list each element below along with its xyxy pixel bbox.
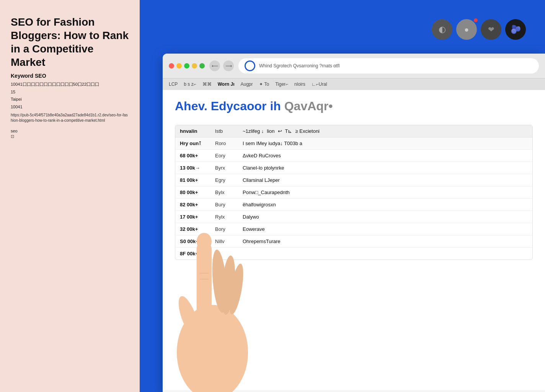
cell-name-5: Dalywo [243,214,528,220]
forward-button[interactable]: ⟶ [223,60,234,71]
tab-lcp[interactable]: LCP [169,82,178,87]
meta-count: 15 [11,89,129,96]
meta-city: Taipei [11,96,129,103]
tk-text: T⊾ [285,128,292,134]
tab-worm[interactable]: Worn Jı [218,82,235,87]
tab-b[interactable]: b s z⌐ [184,82,196,87]
deco-icon-1: ◐ [432,19,452,40]
cell-code-1: Byrx [215,165,238,171]
meta-zip: 10041 [11,104,129,111]
table-row[interactable]: 80 00k+ Bylx Ponw□_Caurapednth [175,186,532,199]
table-row[interactable]: 32 00k+ Bory Eowerave [175,223,532,235]
cell-num-4: 82 00k+ [180,202,210,207]
browser-content: Ahev. Edycaoor ih QavAqr• hnvalin lstb ~… [163,90,545,390]
cell-num-1: 13 00k→ [180,165,210,171]
cell-name-6: Eowerave [243,226,528,232]
sub-roro: Roro [215,140,238,146]
tl-maximize[interactable] [184,63,189,69]
table-row[interactable]: S0 00k+ Nillv OhrepemsTurare [175,235,532,248]
cell-name-1: ClaneI-lo ptolynrke [243,165,528,171]
col-header-hnvalin: hnvalin [180,128,210,134]
table-row[interactable]: 82 00k+ Bury ēhalfowigrosxn [175,199,532,211]
table-header-row: hnvalin lstb ~1zlifeg ↓ lion ↩ T⊾ ≥ Exci… [175,125,532,137]
address-text: Whind Sgrotech Qvsarroning ?rnats αtfl [259,63,533,69]
heading-text1: Ahev. [175,99,207,113]
table-row[interactable]: 17 00k+ Rylx Dalywo [175,211,532,223]
nav-controls: ⟵ ⟶ [209,60,234,71]
page-heading-area: Ahev. Edycaoor ih QavAqr• [175,99,533,119]
sidebar-url: https://pub-5c454f571b8e40a3a2aad27ade84… [11,113,129,123]
sub-sem: I sem IMey iudya↓ T003b a [243,140,528,146]
table-row[interactable]: 68 00k+ Eory ΔvkeD RuCroves [175,150,532,162]
table-row[interactable]: 81 00k+ Egry Cllarsinal LJeper [175,174,532,186]
address-bar[interactable]: Whind Sgrotech Qvsarroning ?rnats αtfl [238,58,539,74]
filter-text[interactable]: ~1zlifeg ↓ [243,128,264,134]
browser-icon [245,60,255,71]
cell-num-6: 32 00k+ [180,226,210,232]
tl-close[interactable] [169,63,174,69]
cell-code-3: Bylx [215,189,238,195]
excietoni-text: ≥ Excietoni [295,128,320,134]
data-table: hnvalin lstb ~1zlifeg ↓ lion ↩ T⊾ ≥ Exci… [175,125,533,260]
sub-header-row: Hry oun⊺ Roro I sem IMey iudya↓ T003b a [175,137,532,150]
tl-minimize[interactable] [176,63,182,69]
cell-name-0: ΔvkeD RuCroves [243,153,528,158]
tab-nloirs[interactable]: nloirs [294,82,305,87]
browser-window: ⟵ ⟶ Whind Sgrotech Qvsarroning ?rnats αt… [163,54,545,392]
col-header-lstb: lstb [215,128,238,134]
arrow-icon: ↩ [278,128,282,134]
deco-icon-2: ● [456,19,477,40]
browser-chrome: ⟵ ⟶ Whind Sgrotech Qvsarroning ?rnats αt… [163,54,545,78]
cell-name-3: Ponw□_Caurapednth [243,189,528,195]
table-row[interactable]: 8F 00k+ [175,248,532,260]
cell-name-4: ēhalfowigrosxn [243,202,528,207]
cell-code-4: Bury [215,202,238,207]
cell-code-6: Bory [215,226,238,232]
cell-code-2: Egry [215,177,238,183]
traffic-lights [169,63,205,69]
cell-num-7: S0 00k+ [180,238,210,244]
tl-extra2[interactable] [199,63,205,69]
tag-label: seo [11,129,129,133]
deco-icon-3: ❤ [481,19,501,40]
cell-num-2: 81 00k+ [180,177,210,183]
tag-icon: ⊡ [11,134,129,139]
cell-num-0: 68 00k+ [180,153,210,158]
tab-ural[interactable]: ∟⌐Ural [312,82,327,87]
tab-fte[interactable]: ✦ To [259,82,269,87]
meta-id: 10041囗囗囗囗囗囗囗囗囗囗囗囗50囗22囗囗囗 [11,81,129,88]
sub-hry: Hry oun⊺ [180,140,210,146]
deco-icons-area: ◐ ● ❤ 🫐 [432,19,526,40]
lion-text: lion [267,128,274,134]
deco-icon-4: 🫐 [505,19,526,40]
main-content: ◐ ● ❤ 🫐 ⟵ ⟶ [140,0,545,392]
cell-num-5: 17 00k+ [180,214,210,220]
sidebar: SEO for Fashion Bloggers: How to Rank in… [0,0,140,392]
col-header-filter: ~1zlifeg ↓ lion ↩ T⊾ ≥ Excietoni [243,128,528,134]
cell-name-7: OhrepemsTurare [243,238,528,244]
keyword-label: Keyword SEO [11,73,129,79]
tab-icon[interactable]: ⌘⌘ [202,82,212,87]
heading-text3: ih [270,99,281,113]
cell-num-8: 8F 00k+ [180,251,210,256]
heading-part1: Ahev. Edycaoor ih QavAqr• [175,99,333,113]
cell-name-2: Cllarsinal LJeper [243,177,528,183]
heading-text2: Edycaoor [211,99,267,113]
table-row[interactable]: 13 00k→ Byrx ClaneI-lo ptolynrke [175,162,532,174]
cell-code-7: Nillv [215,238,238,244]
cell-code-0: Eory [215,153,238,158]
cell-code-5: Rylx [215,214,238,220]
cell-num-3: 80 00k+ [180,189,210,195]
back-button[interactable]: ⟵ [209,60,220,71]
tab-tiger[interactable]: Tiger⌐ [275,82,288,87]
page-title: SEO for Fashion Bloggers: How to Rank in… [11,15,129,69]
browser-tabs: LCP b s z⌐ ⌘⌘ Worn Jı Augpr ✦ To Tiger⌐ … [163,78,545,90]
tl-extra[interactable] [192,63,197,69]
tab-augpr[interactable]: Augpr [240,82,253,87]
heading-text4: QavAqr• [284,99,333,113]
